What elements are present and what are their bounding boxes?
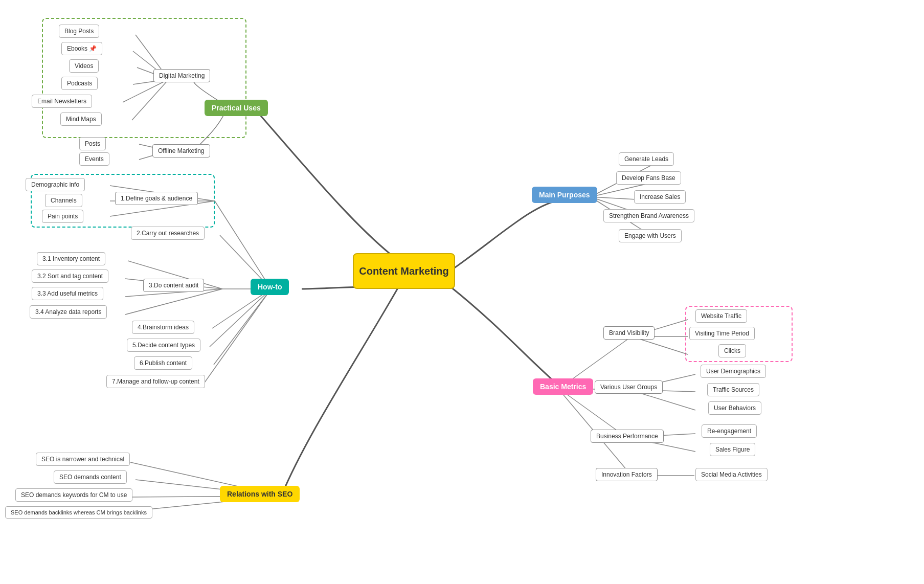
increase-sales-node[interactable]: Increase Sales (634, 190, 686, 204)
how-to-label: How-to (258, 283, 282, 291)
basic-metrics-branch[interactable]: Basic Metrics (533, 378, 593, 395)
pain-points-node[interactable]: Pain points (42, 210, 83, 223)
svg-line-21 (205, 289, 271, 383)
website-traffic-node[interactable]: Website Traffic (695, 309, 747, 323)
publish-node[interactable]: 6.Publish content (134, 356, 192, 370)
define-goals-node[interactable]: 1.Define goals & audience (115, 192, 198, 205)
brand-visibility-node[interactable]: Brand Visibility (603, 326, 655, 340)
develop-fans-node[interactable]: Develop Fans Base (616, 171, 681, 185)
mind-maps-node[interactable]: Mind Maps (60, 113, 102, 126)
mindmap-container: Content Marketing Practical Uses How-to … (0, 0, 924, 584)
sort-tag-node[interactable]: 3.2 Sort and tag content (32, 269, 108, 283)
inv-content-node[interactable]: 3.1 Inventory content (37, 252, 105, 265)
digital-marketing-node[interactable]: Digital Marketing (153, 69, 210, 82)
svg-line-17 (125, 289, 222, 315)
traffic-sources-node[interactable]: Traffic Sources (707, 383, 759, 396)
various-user-groups-node[interactable]: Various User Groups (595, 380, 663, 394)
seo-demands-node[interactable]: SEO demands content (54, 470, 127, 484)
manage-node[interactable]: 7.Manage and follow-up content (106, 375, 205, 388)
brainstorm-node[interactable]: 4.Brainstorm ideas (132, 321, 194, 334)
seo-backlinks-node[interactable]: SEO demands backlinks whereas CM brings … (5, 506, 152, 519)
offline-marketing-node[interactable]: Offline Marketing (152, 144, 210, 158)
basic-metrics-label: Basic Metrics (540, 383, 586, 391)
add-metrics-node[interactable]: 3.3 Add useful metrics (32, 287, 103, 300)
clicks-node[interactable]: Clicks (718, 344, 746, 357)
reengagement-node[interactable]: Re-engagement (702, 424, 757, 438)
do-content-audit-node[interactable]: 3.Do content audit (143, 279, 204, 292)
visiting-time-node[interactable]: Visiting Time Period (689, 327, 755, 340)
seo-keywords-node[interactable]: SEO demands keywords for CM to use (15, 488, 132, 502)
strengthen-brand-node[interactable]: Strengthen Brand Awareness (603, 209, 694, 222)
blog-posts-node[interactable]: Blog Posts (59, 25, 99, 38)
relations-seo-branch[interactable]: Relations with SEO (220, 486, 300, 502)
center-node[interactable]: Content Marketing (353, 253, 455, 289)
center-label: Content Marketing (359, 265, 449, 277)
innovation-factors-node[interactable]: Innovation Factors (596, 468, 658, 481)
user-demographics-node[interactable]: User Demographics (701, 365, 766, 378)
sales-figure-node[interactable]: Sales Figure (710, 443, 755, 456)
relations-seo-label: Relations with SEO (227, 490, 292, 498)
social-media-node[interactable]: Social Media Activities (695, 468, 768, 481)
svg-line-8 (215, 201, 271, 289)
events-node[interactable]: Events (79, 152, 109, 166)
generate-leads-node[interactable]: Generate Leads (619, 152, 674, 166)
business-performance-node[interactable]: Business Performance (591, 430, 664, 443)
channels-node[interactable]: Channels (45, 194, 82, 207)
how-to-branch[interactable]: How-to (251, 279, 289, 295)
seo-narrower-node[interactable]: SEO is narrower and technical (36, 453, 130, 466)
ebooks-node[interactable]: Ebooks 📌 (61, 42, 102, 55)
practical-uses-branch[interactable]: Practical Uses (205, 100, 268, 116)
email-newsletters-node[interactable]: Email Newsletters (32, 95, 92, 108)
decide-content-node[interactable]: 5.Decide content types (127, 339, 200, 352)
engage-users-node[interactable]: Engage with Users (619, 229, 682, 242)
main-purposes-label: Main Purposes (539, 191, 590, 199)
carry-out-node[interactable]: 2.Carry out researches (131, 227, 205, 240)
svg-line-19 (210, 289, 271, 347)
user-behaviors-node[interactable]: User Behaviors (708, 401, 761, 415)
svg-line-20 (214, 289, 271, 365)
demographic-info-node[interactable]: Demographic info (26, 178, 85, 191)
posts-node[interactable]: Posts (79, 137, 106, 150)
practical-uses-label: Practical Uses (212, 104, 261, 112)
analyze-data-node[interactable]: 3.4 Analyze data reports (30, 305, 107, 319)
videos-node[interactable]: Videos (69, 59, 99, 73)
main-purposes-branch[interactable]: Main Purposes (532, 187, 597, 203)
podcasts-node[interactable]: Podcasts (61, 77, 98, 90)
